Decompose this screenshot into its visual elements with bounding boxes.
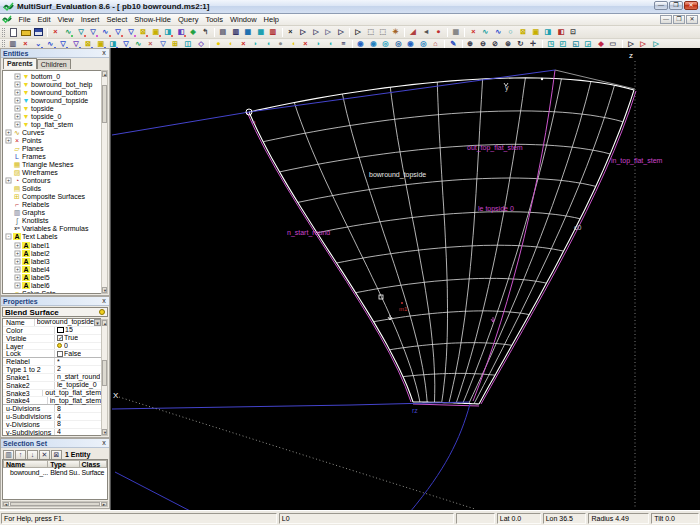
- tree-item-bowround-bot-help[interactable]: +▼bowround_bot_help: [3, 80, 101, 88]
- pane1-icon[interactable]: ▤: [217, 27, 230, 38]
- tri-icon[interactable]: ◢: [407, 27, 420, 38]
- tree-expand-icon[interactable]: +: [15, 113, 21, 119]
- tree-item-bottom-0[interactable]: +▼bottom_0: [3, 72, 101, 80]
- tree-item-bowround-bottom[interactable]: +▼bowround_bottom: [3, 88, 101, 96]
- m-solid2-icon[interactable]: ◧: [555, 27, 568, 38]
- property-value[interactable]: ✓True: [55, 335, 101, 342]
- column-header-name[interactable]: Name: [3, 460, 48, 468]
- tree-item-label2[interactable]: +Alabel2: [3, 249, 101, 257]
- combo-arrow-icon[interactable]: ▾: [94, 319, 101, 326]
- color-swatch[interactable]: [57, 327, 64, 333]
- scroll-down-arrow[interactable]: ▼: [102, 287, 107, 293]
- property-value[interactable]: n_start_round: [55, 374, 101, 381]
- tab-children[interactable]: Children: [37, 59, 71, 69]
- tree-expand-icon[interactable]: +: [15, 73, 21, 79]
- scroll-right-arrow[interactable]: ►: [101, 502, 107, 506]
- scroll-up-arrow[interactable]: ▲: [102, 320, 107, 326]
- tree-expand-icon[interactable]: +: [6, 137, 12, 143]
- column-header-type[interactable]: Type: [48, 460, 79, 468]
- tree-expand-icon[interactable]: +: [15, 282, 21, 288]
- select-all-button[interactable]: ▥: [3, 450, 14, 460]
- tree-item-label1[interactable]: +Alabel1: [3, 241, 101, 249]
- move-down-button[interactable]: ↓: [27, 450, 38, 460]
- property-value[interactable]: False: [55, 350, 101, 357]
- selection-hscrollbar[interactable]: ◄ ►: [2, 501, 108, 507]
- tree-item-graphs[interactable]: ▥Graphs: [3, 209, 101, 217]
- property-row-lock[interactable]: LockFalse: [3, 350, 101, 358]
- tree-item-top-flat-stem[interactable]: +▼top_flat_stem: [3, 120, 101, 128]
- tree-item-label5[interactable]: +Alabel5: [3, 273, 101, 281]
- m-circle-icon[interactable]: ○: [505, 27, 518, 38]
- m-curve2-icon[interactable]: ∿: [492, 27, 505, 38]
- pick-icon[interactable]: ▷: [352, 27, 365, 38]
- table-icon[interactable]: ▦: [450, 27, 463, 38]
- tree-item-solve-sets[interactable]: =Solve Sets: [3, 289, 101, 294]
- menu-tools[interactable]: Tools: [202, 14, 227, 26]
- property-row-color[interactable]: Color15: [3, 327, 101, 335]
- tree-expand-icon[interactable]: +: [15, 258, 21, 264]
- sphere-icon[interactable]: ◧: [175, 27, 188, 38]
- column-header-class[interactable]: Class: [80, 460, 107, 468]
- menu-file[interactable]: File: [15, 14, 34, 26]
- tree-item-points[interactable]: +×Points: [3, 136, 101, 144]
- tree-expand-icon[interactable]: +: [15, 274, 21, 280]
- pane5-icon[interactable]: ▥: [267, 27, 280, 38]
- tree-expand-icon[interactable]: +: [15, 97, 21, 103]
- scroll-thumb[interactable]: [10, 502, 100, 506]
- pane3-icon[interactable]: ▦: [242, 27, 255, 38]
- mdi-close-button[interactable]: ✕: [686, 15, 698, 24]
- dots-icon[interactable]: ●: [432, 27, 445, 38]
- curve-blue-icon[interactable]: ∿: [100, 27, 113, 38]
- property-value[interactable]: le_topside_0: [55, 382, 101, 389]
- redo-ent-icon[interactable]: ↰: [200, 27, 213, 38]
- property-row-snake4[interactable]: Snake4in_top_flat_stem: [3, 397, 101, 405]
- tree-item-label6[interactable]: +Alabel6: [3, 281, 101, 289]
- tree-item-relabels[interactable]: ⌐Relabels: [3, 201, 101, 209]
- tree-item-text-labels[interactable]: -AText Labels: [3, 233, 101, 241]
- pane2-icon[interactable]: ▥: [230, 27, 243, 38]
- tree-item-variables-formulas[interactable]: x=Variables & Formulas: [3, 225, 101, 233]
- m-solid-icon[interactable]: ◨: [542, 27, 555, 38]
- checkbox-icon[interactable]: [57, 351, 63, 357]
- tree-item-label3[interactable]: +Alabel3: [3, 257, 101, 265]
- solid-icon[interactable]: ◨: [162, 27, 175, 38]
- entities-close-icon[interactable]: x: [100, 49, 108, 56]
- tree-expand-icon[interactable]: +: [15, 266, 21, 272]
- entities-tree-scrollbar[interactable]: ▲ ▼: [101, 70, 108, 294]
- scroll-down-arrow[interactable]: ▼: [102, 429, 107, 435]
- property-row-u-subdivisions[interactable]: u-Subdivisions4: [3, 413, 101, 421]
- maximize-button[interactable]: ❐: [669, 1, 683, 10]
- scroll-thumb[interactable]: [102, 85, 107, 123]
- property-row-v-subdivisions[interactable]: v-Subdivisions4: [3, 429, 101, 436]
- sel3-icon[interactable]: ▷: [322, 27, 335, 38]
- net-icon[interactable]: ⊠: [137, 27, 150, 38]
- multi-icon[interactable]: ✳: [390, 27, 403, 38]
- tree-item-knotlists[interactable]: ʃKnotlists: [3, 217, 101, 225]
- property-value[interactable]: 4: [55, 429, 101, 436]
- property-value[interactable]: 4: [55, 413, 101, 420]
- close-button[interactable]: ✕: [684, 1, 698, 10]
- tree-expand-icon[interactable]: -: [6, 234, 12, 240]
- scroll-up-arrow[interactable]: ▲: [102, 71, 107, 77]
- tab-parents[interactable]: Parents: [3, 58, 37, 69]
- property-row-name[interactable]: Namebowround_topside▾: [3, 319, 101, 327]
- snake-mag-icon[interactable]: ▽: [87, 27, 100, 38]
- property-value[interactable]: bowround_topside▾: [35, 319, 101, 326]
- tree-expand-icon[interactable]: +: [15, 81, 21, 87]
- clear-button[interactable]: ⊠: [51, 450, 62, 460]
- back-icon[interactable]: ◄: [420, 27, 433, 38]
- menu-view[interactable]: View: [54, 14, 77, 26]
- menu-window[interactable]: Window: [226, 14, 260, 26]
- property-row-v-divisions[interactable]: v-Divisions8: [3, 421, 101, 429]
- menu-help[interactable]: Help: [260, 14, 282, 26]
- tree-item-wireframes[interactable]: ▨Wireframes: [3, 169, 101, 177]
- property-row-visible[interactable]: Visible✓True: [3, 335, 101, 343]
- curve-icon[interactable]: ∿: [62, 27, 75, 38]
- mdi-restore-button[interactable]: ❐: [673, 15, 685, 24]
- sel2-icon[interactable]: ▷: [310, 27, 323, 38]
- scroll-left-arrow[interactable]: ◄: [3, 502, 9, 506]
- tree-expand-icon[interactable]: +: [15, 250, 21, 256]
- menu-select[interactable]: Select: [103, 14, 131, 26]
- scroll-thumb[interactable]: [102, 360, 107, 386]
- 3d-viewport[interactable]: zynout_top_flat_stemin_top_flat_stembowr…: [110, 48, 700, 510]
